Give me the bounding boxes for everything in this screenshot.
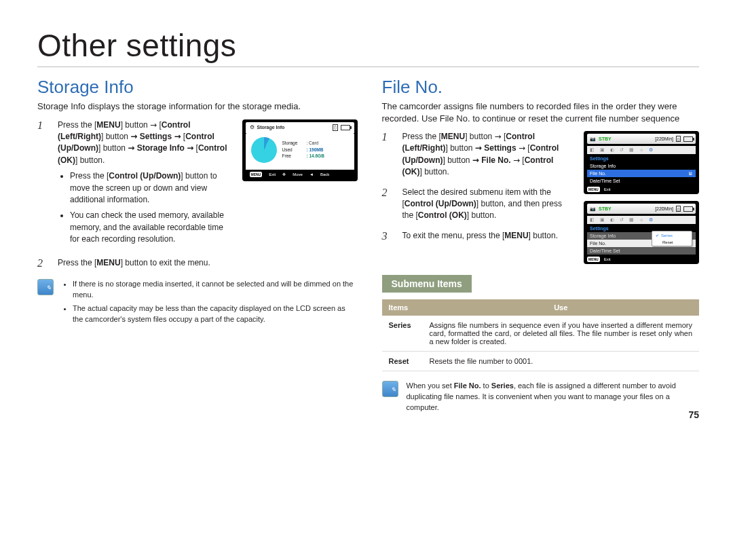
osd-row-datetime: Date/Time Set: [587, 247, 696, 255]
bullet-2: You can check the used memory, available…: [70, 210, 229, 245]
step-2-number-r: 2: [382, 187, 392, 222]
submenu-table: Items Use Series Assigns file numbers in…: [382, 299, 700, 371]
menu-button-icon: MENU: [250, 172, 263, 177]
step-1-number-r: 1: [382, 131, 392, 179]
gear-icon: ⚙: [250, 124, 255, 130]
osd-submenu-reset: Reset: [662, 240, 673, 244]
page-icon: 🗎: [688, 171, 693, 176]
submenu-th-items: Items: [382, 299, 423, 316]
submenu-items-heading: Submenu Items: [382, 275, 472, 293]
osd-storage-title: Storage Info: [257, 125, 285, 130]
note-text-right: When you set File No. to Series, each fi…: [407, 381, 700, 413]
step-3-body-r: To exit the menu, press the [MENU] butto…: [402, 230, 571, 242]
osd-row-datetime: Date/Time Set: [587, 177, 696, 185]
check-icon: ✔: [656, 233, 659, 238]
osd-back: Back: [320, 172, 329, 176]
osd-storage-value: : Card: [307, 141, 319, 145]
page-title: Other settings: [37, 27, 699, 67]
osd-storage-label: Storage: [282, 140, 307, 147]
sd-icon: ▯: [676, 136, 681, 142]
osd-used-value: : 190MB: [307, 147, 324, 152]
step-2-body: Press the [MENU] button to exit the menu…: [58, 257, 355, 269]
battery-icon: [683, 136, 693, 142]
sd-icon: ▯: [333, 124, 338, 131]
file-no-heading: File No.: [382, 77, 700, 98]
osd-stby: STBY: [599, 206, 612, 211]
step-3-number-r: 3: [382, 230, 392, 242]
storage-info-intro: Storage Info displays the storage inform…: [37, 100, 355, 113]
sd-icon: ▯: [676, 206, 681, 212]
table-row: Reset Resets the file number to 0001.: [382, 352, 700, 371]
table-row: Series Assigns file numbers in sequence …: [382, 316, 700, 352]
storage-info-column: Storage Info Storage Info displays the s…: [37, 77, 355, 413]
osd-exit: Exit: [604, 187, 611, 191]
joystick-icon: ✥: [282, 172, 286, 176]
step-1-body-r: Press the [MENU] button → [Control (Left…: [402, 131, 571, 179]
osd-min: [220Min]: [655, 136, 673, 141]
osd-used-label: Used: [282, 147, 307, 153]
step-2-number: 2: [37, 257, 47, 269]
page-number: 75: [688, 409, 699, 420]
osd-file-no-menu: 📷 STBY [220Min] ▯ ◧▣◐↺▦☼⚙ Settings Stora…: [584, 131, 699, 194]
osd-row-file-no-selected: File No.🗎: [587, 170, 696, 177]
battery-icon: [683, 206, 693, 212]
osd-row-storage-info: Storage Info: [587, 162, 696, 170]
bullet-1: Press the [Control (Up/Down)] button to …: [70, 170, 229, 206]
osd-free-label: Free: [282, 153, 307, 160]
pie-chart-icon: [251, 137, 277, 163]
submenu-th-use: Use: [423, 299, 700, 316]
osd-file-no-submenu: 📷 STBY [220Min] ▯ ◧▣◐↺▦☼⚙ Settings Stora…: [584, 201, 699, 264]
camera-icon: 📷: [590, 206, 596, 212]
osd-stby: STBY: [599, 136, 612, 141]
osd-storage-info: ⚙ Storage Info ▯ Storage: Card Used: 190…: [242, 119, 358, 181]
back-icon: ◄: [309, 172, 314, 176]
osd-free-value: : 14.6GB: [307, 153, 324, 158]
osd-exit: Exit: [604, 257, 611, 261]
osd-settings-heading: Settings: [587, 154, 696, 162]
osd-min: [220Min]: [655, 206, 673, 211]
step-2-body-r: Select the desired submenu item with the…: [402, 187, 571, 222]
note-list-left: If there is no storage media inserted, i…: [62, 279, 355, 328]
osd-submenu-popup: ✔Series Reset: [652, 231, 692, 246]
osd-exit: Exit: [269, 172, 276, 176]
osd-submenu-series: Series: [661, 234, 673, 238]
file-no-intro: The camcorder assigns file numbers to re…: [382, 100, 700, 124]
menu-button-icon: MENU: [587, 187, 600, 192]
battery-icon: [341, 125, 350, 130]
osd-move: Move: [293, 172, 303, 176]
step-1-number: 1: [37, 119, 47, 250]
step-1-body: Press the [MENU] button → [Control (Left…: [58, 119, 229, 250]
menu-button-icon: MENU: [587, 257, 600, 262]
note-icon: [37, 279, 54, 295]
note-icon: [382, 381, 398, 397]
camera-icon: 📷: [590, 136, 596, 142]
storage-info-heading: Storage Info: [37, 77, 355, 98]
file-no-column: File No. The camcorder assigns file numb…: [382, 77, 700, 413]
